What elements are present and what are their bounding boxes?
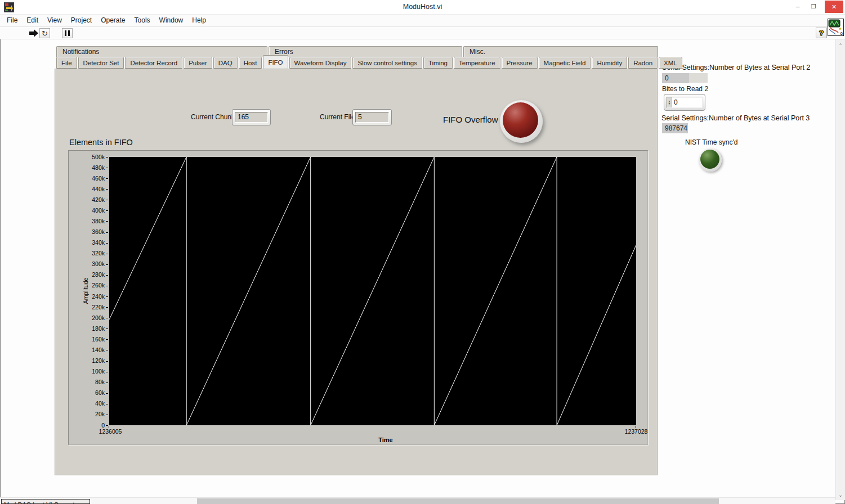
nist-time-led xyxy=(700,150,719,169)
y-tick-mark xyxy=(106,178,108,179)
title-bar: ModuHost.vi – ❐ ✕ xyxy=(0,0,845,15)
vertical-scrollbar[interactable]: ⌃ ⌄ xyxy=(835,39,845,500)
vi-connector-icon: 6 xyxy=(828,19,844,36)
menu-tools[interactable]: Tools xyxy=(130,15,155,26)
y-tick-label: 200k xyxy=(71,315,105,321)
y-tick-label: 320k xyxy=(71,250,105,256)
y-tick-mark xyxy=(106,415,108,415)
y-tick-mark xyxy=(106,221,108,222)
y-tick-mark xyxy=(106,264,108,265)
toolbar: ↻ ? 6 xyxy=(0,27,845,39)
bites-to-read-value[interactable]: 0 xyxy=(672,98,678,106)
current-chunk-indicator: 165 xyxy=(232,109,271,125)
y-tick-label: 480k xyxy=(71,165,105,171)
maximize-button[interactable]: ❐ xyxy=(807,1,820,13)
y-tick-mark xyxy=(106,339,108,340)
pause-button[interactable] xyxy=(62,28,73,38)
y-tick-label: 380k xyxy=(71,218,105,224)
close-button[interactable]: ✕ xyxy=(825,1,843,13)
menu-view[interactable]: View xyxy=(43,15,66,26)
tab-pressure[interactable]: Pressure xyxy=(502,57,538,69)
tab-temperature[interactable]: Temperature xyxy=(454,57,500,69)
tab-detector-record[interactable]: Detector Record xyxy=(125,57,182,69)
tab-waveform-display[interactable]: Waveform Display xyxy=(289,57,352,69)
horizontal-scroll-thumb[interactable] xyxy=(197,498,719,504)
y-tick-mark xyxy=(106,393,108,394)
tab-daq[interactable]: DAQ xyxy=(213,57,238,69)
fifo-overflow-label: FIFO Overflow xyxy=(443,115,498,124)
y-tick-label: 20k xyxy=(71,411,105,417)
tab-pulser[interactable]: Pulser xyxy=(184,57,212,69)
window-title: ModuHost.vi xyxy=(0,0,845,14)
horizontal-scrollbar[interactable] xyxy=(0,497,835,504)
tab-file[interactable]: File xyxy=(56,57,77,69)
serial-port2-value: 0 xyxy=(662,73,689,83)
y-tick-label: 280k xyxy=(71,272,105,278)
y-tick-label: 0 xyxy=(71,422,105,429)
chart-title: Elements in FIFO xyxy=(69,138,133,147)
serial-port3-label: Serial Settings:Number of Bytes at Seria… xyxy=(661,114,810,122)
outer-tab-row: NotificationsErrorsMisc. xyxy=(56,46,658,57)
menu-bar: FileEditViewProjectOperateToolsWindowHel… xyxy=(0,15,845,27)
y-tick-label: 360k xyxy=(71,229,105,235)
tab-notifications[interactable]: Notifications xyxy=(56,46,267,57)
y-tick-mark xyxy=(106,189,108,190)
current-chunk-label: Current Chunk xyxy=(191,113,235,121)
fifo-overflow-led-ring xyxy=(500,100,543,143)
y-tick-mark xyxy=(106,200,108,200)
y-tick-mark xyxy=(106,350,108,350)
menu-project[interactable]: Project xyxy=(66,15,96,26)
current-file-indicator: 5 xyxy=(352,109,392,125)
y-tick-label: 60k xyxy=(71,390,105,396)
y-tick-mark xyxy=(106,372,108,372)
tab-errors[interactable]: Errors xyxy=(269,46,462,57)
y-tick-label: 460k xyxy=(71,176,105,182)
y-tick-mark xyxy=(106,328,108,329)
y-tick-label: 120k xyxy=(71,358,105,364)
y-tick-mark xyxy=(106,157,108,158)
serial-port2-label: Serial Settings:Number of Bytes at Seria… xyxy=(662,64,810,71)
increment-decrement-icon[interactable]: ▲▼ xyxy=(667,97,672,107)
y-tick-label: 100k xyxy=(71,368,105,375)
y-tick-label: 420k xyxy=(71,197,105,203)
y-tick-mark xyxy=(106,425,108,426)
tab-slow-control-settings[interactable]: Slow control settings xyxy=(352,57,422,69)
run-button[interactable] xyxy=(29,28,39,38)
menu-help[interactable]: Help xyxy=(187,15,211,26)
x-max-label: 1237028 xyxy=(625,428,648,435)
fifo-chart-line xyxy=(109,157,636,425)
tab-xml[interactable]: XML xyxy=(659,57,682,69)
context-help-button[interactable]: ? xyxy=(816,28,827,38)
background-window-edge[interactable]: Mod DAQ host VI Current xyxy=(1,499,90,504)
menu-edit[interactable]: Edit xyxy=(22,15,43,26)
scroll-up-icon[interactable]: ⌃ xyxy=(836,43,845,48)
y-tick-label: 140k xyxy=(71,347,105,353)
tab-humidity[interactable]: Humidity xyxy=(592,57,627,69)
minimize-button[interactable]: – xyxy=(791,1,804,13)
y-tick-mark xyxy=(106,361,108,362)
y-tick-label: 180k xyxy=(71,326,105,332)
y-tick-label: 260k xyxy=(71,282,105,289)
y-tick-mark xyxy=(106,168,108,168)
scroll-down-icon[interactable]: ⌄ xyxy=(836,492,845,498)
tab-host[interactable]: Host xyxy=(239,57,262,69)
bites-to-read-control[interactable]: ▲▼ 0 xyxy=(664,94,705,111)
tab-radon[interactable]: Radon xyxy=(628,57,658,69)
serial-port2-value-extension xyxy=(689,73,708,83)
menu-window[interactable]: Window xyxy=(155,15,188,26)
tab-fifo[interactable]: FIFO xyxy=(263,55,288,69)
menu-operate[interactable]: Operate xyxy=(96,15,129,26)
pause-icon xyxy=(65,30,70,36)
y-tick-label: 40k xyxy=(71,400,105,407)
y-tick-label: 160k xyxy=(71,336,105,343)
bites-to-read-label: Bites to Read 2 xyxy=(662,85,708,93)
y-tick-mark xyxy=(106,404,108,404)
tab-misc[interactable]: Misc. xyxy=(463,46,658,57)
run-continuously-button[interactable]: ↻ xyxy=(39,28,50,38)
tab-detector-set[interactable]: Detector Set xyxy=(78,57,124,69)
y-tick-mark xyxy=(106,243,108,244)
tab-magnetic-field[interactable]: Magnetic Field xyxy=(539,57,591,69)
tab-timing[interactable]: Timing xyxy=(423,57,453,69)
y-tick-mark xyxy=(106,296,108,297)
menu-file[interactable]: File xyxy=(2,15,22,26)
